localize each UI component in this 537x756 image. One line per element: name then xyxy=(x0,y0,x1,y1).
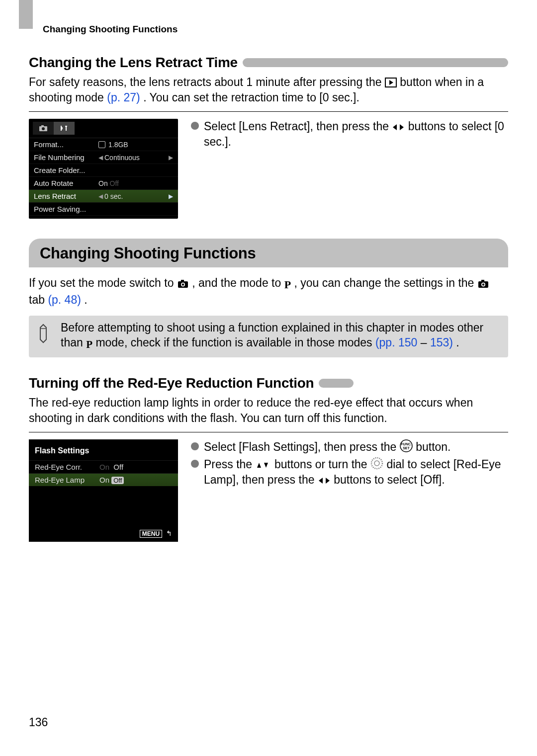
instruction-block-2: Select [Flash Settings], then press the … xyxy=(191,439,508,542)
page-link[interactable]: (p. 27) xyxy=(107,91,140,104)
bullet-text: Select [Flash Settings], then press the … xyxy=(204,439,451,455)
wrench-tab-icon xyxy=(54,122,75,135)
section2-intro: The red-eye reduction lamp lights in ord… xyxy=(29,395,508,426)
bullet-text: Press the buttons or turn the dial to se… xyxy=(204,457,508,488)
menu-row-auto-rotate: Auto Rotate On Off xyxy=(29,177,178,190)
svg-marker-5 xyxy=(393,124,397,130)
bullet-icon xyxy=(191,442,199,450)
banner-intro: If you set the mode switch to , and the … xyxy=(29,275,508,308)
value: Continuous xyxy=(104,154,169,162)
side-tab-decor xyxy=(19,0,33,29)
svg-point-21 xyxy=(371,458,382,469)
svg-rect-10 xyxy=(181,280,184,282)
menu-row-power-saving: Power Saving... xyxy=(29,203,178,216)
text: If you set the mode switch to xyxy=(29,276,177,289)
left-right-arrows-icon xyxy=(318,476,331,485)
svg-marker-19 xyxy=(257,463,261,468)
bullet-icon xyxy=(191,122,199,130)
text: Press the xyxy=(204,458,256,471)
up-down-arrows-icon xyxy=(256,461,271,470)
section-heading-lens-retract: Changing the Lens Retract Time xyxy=(29,55,508,71)
menu-label: MENU xyxy=(140,530,162,538)
page-number: 136 xyxy=(29,716,48,729)
page-link[interactable]: (pp. 150 xyxy=(375,336,417,349)
menu-row-format: Format... 1.8GB xyxy=(29,138,178,151)
label: Create Folder... xyxy=(34,166,98,174)
svg-marker-24 xyxy=(326,478,330,484)
svg-marker-6 xyxy=(400,124,404,130)
camera-tab-small-icon xyxy=(477,279,489,288)
label: File Numbering xyxy=(34,153,98,162)
svg-rect-14 xyxy=(481,280,484,282)
section-title: Turning off the Red-Eye Reduction Functi… xyxy=(29,375,314,391)
label: Format... xyxy=(34,140,98,149)
camera-mode-icon xyxy=(177,279,189,288)
text: Select [Flash Settings], then press the xyxy=(204,440,400,453)
note-callout: Before attempting to shoot using a funct… xyxy=(29,316,508,357)
svg-point-22 xyxy=(374,461,379,466)
divider xyxy=(29,111,508,112)
left-right-arrows-icon xyxy=(392,123,405,132)
label: Lens Retract xyxy=(34,192,98,200)
svg-point-9 xyxy=(182,283,184,285)
svg-marker-20 xyxy=(264,463,268,468)
off-pill: Off xyxy=(111,477,124,484)
menu-row-red-eye-lamp: Red-Eye Lamp On Off xyxy=(29,473,178,486)
bullet-text: Select [Lens Retract], then press the bu… xyxy=(204,119,508,150)
screenshot-title: Flash Settings xyxy=(29,444,178,460)
note-text: Before attempting to shoot using a funct… xyxy=(61,321,501,351)
text: 1.8GB xyxy=(108,141,128,149)
label: Power Saving... xyxy=(34,205,98,213)
text: buttons or turn the xyxy=(274,458,370,471)
bullet-icon xyxy=(191,460,199,468)
control-dial-icon xyxy=(370,457,383,470)
menu-row-file-numbering: File Numbering ◀ Continuous ▶ xyxy=(29,151,178,164)
text: . You can set the retraction time to [0 … xyxy=(143,91,359,104)
heading-bar-decor xyxy=(243,58,508,67)
text: button. xyxy=(416,440,450,453)
on-text: On xyxy=(99,463,109,471)
menu-row-create-folder: Create Folder... xyxy=(29,164,178,177)
instruction-block-1: Select [Lens Retract], then press the bu… xyxy=(191,119,508,219)
text: , and the mode to xyxy=(192,276,284,289)
svg-text:FUNC.: FUNC. xyxy=(401,442,411,446)
text: mode, check if the function is available… xyxy=(95,336,375,349)
text: Select [Lens Retract], then press the xyxy=(204,120,392,133)
back-arrow-icon: ↰ xyxy=(166,529,172,537)
text: . xyxy=(84,293,87,306)
header-breadcrumb: Changing Shooting Functions xyxy=(43,24,508,35)
page-link[interactable]: 153) xyxy=(430,336,453,349)
svg-marker-23 xyxy=(319,478,323,484)
camera-menu-screenshot-2: Flash Settings Red-Eye Corr. On Off Red-… xyxy=(29,439,178,542)
right-arrow-icon: ▶ xyxy=(169,154,173,161)
menu-footer: MENU ↰ xyxy=(140,529,172,538)
right-arrow-icon: ▶ xyxy=(169,193,173,200)
text: , you can change the settings in the xyxy=(294,276,477,289)
value: 1.8GB xyxy=(98,140,173,149)
svg-rect-4 xyxy=(41,125,44,127)
text: tab xyxy=(29,293,48,306)
page-link[interactable]: (p. 48) xyxy=(48,293,81,306)
text: For safety reasons, the lens retracts ab… xyxy=(29,76,385,88)
p-mode-icon: P xyxy=(284,277,291,292)
text: – xyxy=(421,336,430,349)
svg-marker-1 xyxy=(389,80,393,85)
divider xyxy=(29,432,508,432)
svg-text:SET: SET xyxy=(403,446,410,450)
section1-intro: For safety reasons, the lens retracts ab… xyxy=(29,75,508,105)
text: . xyxy=(456,336,459,349)
svg-point-16 xyxy=(400,440,412,452)
on-text: On xyxy=(98,179,108,187)
svg-point-3 xyxy=(42,127,45,130)
camera-menu-screenshot-1: Format... 1.8GB File Numbering ◀ Continu… xyxy=(29,119,178,219)
svg-point-13 xyxy=(482,283,484,285)
func-set-button-icon: FUNC.SET xyxy=(400,439,413,452)
label: Red-Eye Corr. xyxy=(35,463,99,471)
left-arrow-icon: ◀ xyxy=(98,154,103,161)
sd-card-icon xyxy=(98,141,105,148)
major-section-banner: Changing Shooting Functions xyxy=(29,239,508,267)
section-heading-red-eye: Turning off the Red-Eye Reduction Functi… xyxy=(29,375,508,391)
menu-row-red-eye-corr: Red-Eye Corr. On Off xyxy=(29,460,178,473)
label: Red-Eye Lamp xyxy=(35,476,99,484)
playback-icon xyxy=(385,78,397,87)
